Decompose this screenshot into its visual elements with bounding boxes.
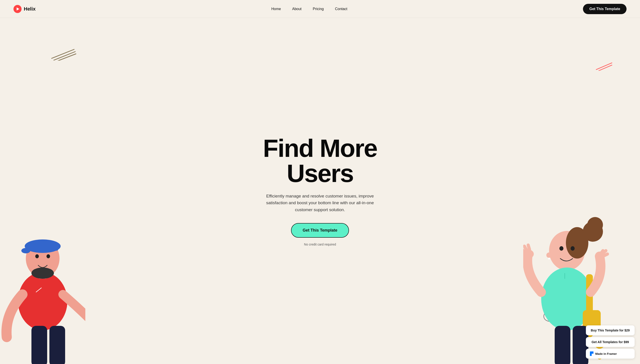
hero-section: Find More Users Efficiently manage and r… [0, 18, 640, 364]
hero-title: Find More Users [246, 136, 394, 186]
nav-links: Home About Pricing Contact [271, 7, 347, 11]
svg-point-24 [566, 227, 588, 258]
nav-link-home[interactable]: Home [271, 7, 281, 11]
logo-icon [14, 5, 22, 13]
svg-line-39 [603, 254, 607, 256]
hero-cta-button[interactable]: Get This Template [291, 223, 349, 238]
hero-subtitle: Efficiently manage and resolve customer … [257, 193, 383, 213]
svg-point-13 [47, 254, 50, 258]
nav-link-pricing[interactable]: Pricing [313, 7, 324, 11]
hero-no-cc-text: No credit card required [246, 242, 394, 246]
svg-rect-9 [27, 244, 58, 251]
nav-item-contact[interactable]: Contact [335, 7, 347, 11]
deco-lines-right-icon [595, 62, 613, 71]
svg-point-27 [559, 246, 563, 251]
nav-link-contact[interactable]: Contact [335, 7, 347, 11]
svg-rect-17 [32, 326, 47, 364]
character-left [0, 212, 85, 364]
svg-point-12 [35, 254, 39, 258]
bottom-cards: Buy This Template for $29 Get All Templa… [586, 326, 634, 358]
svg-line-36 [528, 245, 529, 250]
svg-rect-18 [50, 326, 65, 364]
svg-line-35 [524, 246, 527, 250]
nav-item-home[interactable]: Home [271, 7, 281, 11]
svg-point-11 [32, 268, 54, 279]
framer-label: Made in Framer [595, 352, 617, 356]
nav-item-about[interactable]: About [292, 7, 302, 11]
svg-rect-40 [555, 326, 570, 364]
hero-content: Find More Users Efficiently manage and r… [241, 136, 399, 246]
navbar: Helix Home About Pricing Contact Get Thi… [0, 0, 640, 18]
svg-point-21 [587, 217, 603, 233]
deco-lines-left-icon [50, 47, 76, 60]
svg-line-0 [52, 49, 74, 58]
buy-template-button[interactable]: Buy This Template for $29 [586, 326, 634, 335]
svg-point-25 [546, 252, 552, 258]
logo-text: Helix [24, 6, 36, 12]
made-in-framer-badge[interactable]: Made in Framer [586, 349, 634, 358]
svg-point-5 [18, 272, 67, 330]
svg-point-28 [571, 246, 575, 251]
framer-logo-icon [590, 352, 593, 356]
get-all-templates-button[interactable]: Get All Templates for $99 [586, 337, 634, 347]
nav-link-about[interactable]: About [292, 7, 302, 11]
navbar-cta-button[interactable]: Get This Template [583, 4, 626, 14]
nav-item-pricing[interactable]: Pricing [313, 7, 324, 11]
svg-point-10 [21, 248, 30, 253]
svg-point-26 [548, 258, 550, 260]
logo[interactable]: Helix [14, 5, 36, 13]
svg-line-2 [56, 54, 76, 60]
